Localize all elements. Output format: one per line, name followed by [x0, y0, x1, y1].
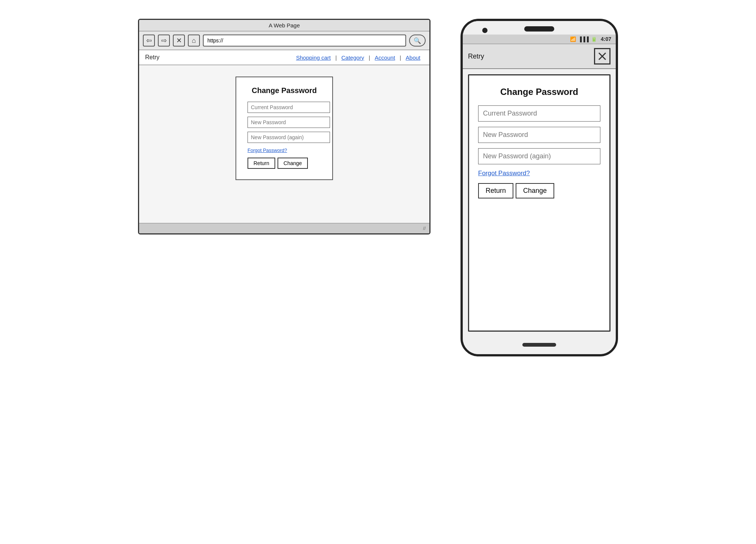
phone-change-button[interactable]: Change	[516, 183, 554, 198]
browser-titlebar: A Web Page	[139, 20, 429, 32]
forward-button[interactable]: ⇨	[158, 35, 170, 47]
home-button[interactable]: ⌂	[188, 35, 200, 47]
phone-change-password-card: Change Password Forgot Password? Return …	[469, 75, 609, 209]
phone-speaker	[524, 26, 554, 32]
current-password-input[interactable]	[248, 102, 330, 113]
url-bar[interactable]	[203, 35, 406, 47]
x-icon	[598, 52, 606, 60]
phone-new-password-again-input[interactable]	[478, 148, 600, 164]
phone-bottom	[463, 337, 616, 354]
wifi-icon: 📶	[570, 36, 576, 42]
signal-icon: ▐▐▐	[578, 36, 589, 42]
phone-card-title: Change Password	[478, 87, 600, 97]
browser-navbar: Retry Shopping cart | Category | Account…	[139, 50, 429, 65]
status-time: 4:07	[601, 36, 611, 42]
battery-icon: 🔋	[591, 36, 597, 42]
search-button[interactable]: 🔍	[409, 35, 426, 47]
phone-mockup: 📶 ▐▐▐ 🔋 4:07 Retry Change Password Forgo…	[460, 19, 618, 356]
statusbar-icon: //	[423, 226, 426, 231]
return-button[interactable]: Return	[248, 158, 275, 169]
nav-account[interactable]: Account	[372, 54, 398, 61]
card-title: Change Password	[248, 86, 321, 95]
nav-shopping-cart[interactable]: Shopping cart	[293, 54, 334, 61]
phone-top	[463, 21, 616, 35]
nav-about[interactable]: About	[403, 54, 423, 61]
phone-forgot-password-link[interactable]: Forgot Password?	[478, 170, 530, 177]
phone-return-button[interactable]: Return	[478, 183, 513, 198]
browser-content: Change Password Forgot Password? Return …	[139, 65, 429, 223]
close-x-button[interactable]	[594, 48, 610, 65]
phone-header: Retry	[463, 44, 616, 69]
form-buttons: Return Change	[248, 158, 321, 169]
phone-current-password-input[interactable]	[478, 105, 600, 122]
close-button[interactable]: ✕	[173, 35, 185, 47]
forgot-password-link[interactable]: Forgot Password?	[248, 147, 287, 153]
nav-category[interactable]: Category	[338, 54, 367, 61]
new-password-again-input[interactable]	[248, 132, 330, 143]
change-button[interactable]: Change	[278, 158, 308, 169]
card-wrapper: Change Password Forgot Password? Return …	[147, 77, 422, 180]
phone-status-bar: 📶 ▐▐▐ 🔋 4:07	[463, 35, 616, 44]
back-button[interactable]: ⇦	[143, 35, 155, 47]
phone-content: Change Password Forgot Password? Return …	[468, 74, 610, 332]
change-password-card: Change Password Forgot Password? Return …	[236, 77, 333, 180]
phone-home-bar	[522, 343, 556, 347]
brand-label: Retry	[145, 54, 159, 61]
phone-header-title: Retry	[468, 53, 484, 60]
phone-new-password-input[interactable]	[478, 127, 600, 143]
browser-mockup: A Web Page ⇦ ⇨ ✕ ⌂ 🔍 Retry Shopping cart…	[138, 19, 430, 234]
phone-form-buttons: Return Change	[478, 183, 600, 198]
browser-title: A Web Page	[268, 22, 300, 29]
new-password-input[interactable]	[248, 117, 330, 128]
browser-statusbar: //	[139, 223, 429, 233]
nav-links: Shopping cart | Category | Account | Abo…	[293, 54, 423, 61]
browser-toolbar: ⇦ ⇨ ✕ ⌂ 🔍	[139, 32, 429, 50]
phone-camera	[482, 28, 488, 33]
